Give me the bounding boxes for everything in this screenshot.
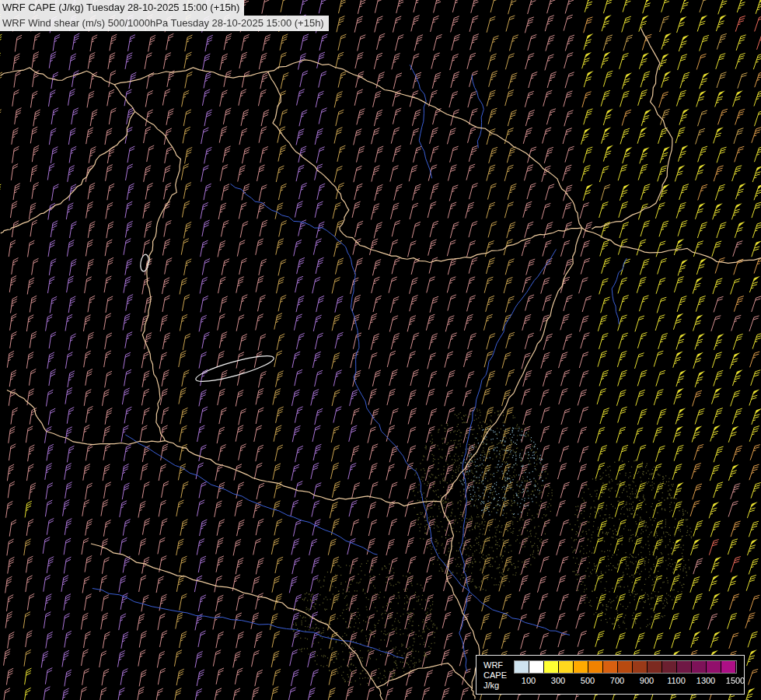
title-wind-shear: WRF Wind shear (m/s) 500/1000hPa Tuesday… xyxy=(0,16,329,31)
legend-tick-labels: 100300500700900110013001500 xyxy=(514,676,737,686)
legend-tick-label: 100 xyxy=(522,676,536,685)
legend-title-units: J/kg xyxy=(483,681,507,691)
legend-swatch xyxy=(618,661,633,673)
legend-tick-label: 500 xyxy=(581,676,595,685)
legend-tick-label: 300 xyxy=(551,676,565,685)
legend-swatch xyxy=(721,661,735,673)
legend-swatch xyxy=(574,661,588,673)
legend-tick-label: 1100 xyxy=(667,676,686,685)
legend-tick-label: 1300 xyxy=(696,676,715,685)
legend-swatch xyxy=(677,661,692,673)
legend-colorbar xyxy=(514,660,737,674)
legend-swatch xyxy=(662,661,677,673)
legend-swatch xyxy=(515,661,529,673)
legend-tick-label: 900 xyxy=(640,676,654,685)
legend-swatch xyxy=(559,661,574,673)
legend-swatch xyxy=(633,661,648,673)
map-titles: WRF CAPE (J/kg) Tuesday 28-10-2025 15:00… xyxy=(0,0,329,31)
legend-swatch xyxy=(544,661,559,673)
legend-swatch xyxy=(588,661,603,673)
legend-swatch xyxy=(529,661,544,673)
legend-title: WRF CAPE J/kg xyxy=(483,660,507,691)
legend-tick-label: 1500 xyxy=(726,676,745,685)
map-canvas xyxy=(0,0,761,700)
legend-swatch xyxy=(603,661,618,673)
legend-title-field: CAPE xyxy=(483,670,507,681)
legend-tick-label: 700 xyxy=(610,676,624,685)
legend-swatch xyxy=(707,661,721,673)
cape-legend: WRF CAPE J/kg 10030050070090011001300150… xyxy=(476,655,745,695)
legend-body: 100300500700900110013001500 xyxy=(514,660,737,691)
legend-swatch xyxy=(692,661,707,673)
legend-swatch xyxy=(648,661,662,673)
weather-map: WRF CAPE (J/kg) Tuesday 28-10-2025 15:00… xyxy=(0,0,761,700)
legend-title-model: WRF xyxy=(483,660,507,670)
title-cape: WRF CAPE (J/kg) Tuesday 28-10-2025 15:00… xyxy=(0,0,244,16)
